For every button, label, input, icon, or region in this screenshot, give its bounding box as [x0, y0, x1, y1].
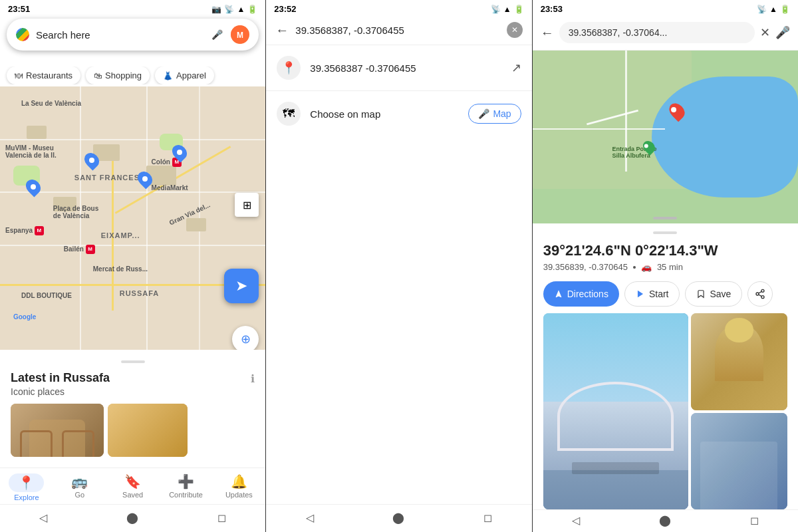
svg-point-4 — [756, 293, 759, 295]
nav-explore[interactable]: 📍 Explore — [0, 473, 53, 501]
p2-coordinates: 39.3568387 -0.3706455 — [310, 63, 501, 74]
recents-android-btn-3[interactable]: ◻ — [750, 514, 759, 527]
p3-coords: 39.356839, -0.370645 — [543, 262, 628, 272]
wifi-icon-2: ▲ — [503, 5, 511, 14]
map-label-laseu: La Seu de València — [21, 100, 81, 107]
recents-android-btn-2[interactable]: ◻ — [483, 511, 492, 524]
nav-saved[interactable]: 🔖 Saved — [106, 473, 160, 501]
updates-icon: 🔔 — [231, 473, 247, 489]
restaurants-icon: 🍽 — [15, 71, 23, 80]
map-label-russafa: RUSSAFA — [120, 289, 160, 297]
my-location-button[interactable]: ⊕ — [232, 326, 259, 350]
map-label-muvim: MuVIM - MuseuValencià de la Il. — [5, 144, 57, 159]
directions-button[interactable]: Directions — [543, 281, 619, 307]
sheet-handle-3[interactable] — [653, 217, 677, 219]
save-icon — [696, 289, 706, 299]
p3-sheet-drag[interactable] — [653, 231, 677, 234]
p3-search-row: ← 39.3568387, -0.37064... ✕ 🎤 — [533, 17, 798, 51]
save-label: Save — [710, 289, 731, 299]
back-button-2[interactable]: ← — [275, 23, 289, 38]
status-icons-3: 📡 ▲ 🔋 — [757, 5, 790, 14]
home-android-btn-3[interactable]: ⬤ — [659, 514, 671, 527]
p3-photo-top[interactable] — [691, 313, 787, 410]
map-label-espanya: Espanya M — [5, 226, 44, 235]
p3-photo-col — [691, 313, 787, 509]
p3-photo-main[interactable] — [543, 313, 688, 509]
map-button[interactable]: 🎤 Map — [468, 104, 521, 124]
p3-actions: Directions Start Save — [533, 276, 798, 313]
p2-spacer — [266, 136, 531, 504]
home-android-btn-1[interactable]: ⬤ — [126, 511, 138, 524]
contribute-icon: ➕ — [178, 473, 194, 489]
panel-2: 23:52 📡 ▲ 🔋 ← 39.3568387, -0.3706455 ✕ 📍… — [266, 0, 532, 532]
status-bar-1: 23:51 📷 📡 ▲ 🔋 — [0, 0, 265, 17]
chip-apparel[interactable]: 👗 Apparel — [155, 66, 214, 84]
place-thumb-2[interactable] — [108, 404, 188, 457]
nav-updates[interactable]: 🔔 Updates — [212, 473, 265, 501]
home-android-btn-2[interactable]: ⬤ — [392, 511, 404, 524]
battery-icon-2: 🔋 — [514, 5, 524, 14]
recents-android-btn-1[interactable]: ◻ — [217, 511, 226, 524]
share-button[interactable] — [747, 281, 773, 307]
map-label-bailen: Bailén M — [64, 245, 95, 254]
shopping-icon: 🛍 — [94, 71, 102, 80]
back-android-btn-3[interactable]: ◁ — [572, 514, 580, 527]
wifi-icon: ▲ — [237, 5, 245, 14]
chip-apparel-label: Apparel — [176, 70, 206, 80]
map-btn-icon: 🎤 — [478, 108, 489, 119]
google-logo — [16, 28, 29, 41]
map-area-1[interactable]: La Seu de València MuVIM - MuseuValencià… — [0, 86, 265, 350]
chip-shopping[interactable]: 🛍 Shopping — [86, 66, 150, 84]
nav-contribute[interactable]: ➕ Contribute — [160, 473, 213, 501]
mic-button-3[interactable]: 🎤 — [775, 25, 790, 40]
time-2: 23:52 — [274, 4, 296, 14]
p3-map-area[interactable]: Entrada Port deSilla Albufera — [533, 51, 798, 223]
search-bar-1[interactable]: Search here 🎤 M — [7, 19, 259, 51]
back-android-btn-2[interactable]: ◁ — [306, 511, 314, 524]
nav-saved-label: Saved — [122, 491, 143, 499]
save-button-3[interactable]: Save — [685, 281, 742, 307]
directions-icon — [554, 289, 563, 299]
directions-label: Directions — [567, 289, 608, 299]
map-btn-label: Map — [493, 108, 511, 119]
map-label-mercat: Mercat de Russ... — [93, 265, 148, 273]
apparel-icon: 👗 — [163, 71, 173, 80]
svg-line-6 — [759, 295, 762, 297]
back-button-3[interactable]: ← — [541, 25, 554, 41]
clear-button[interactable]: ✕ — [507, 22, 523, 38]
layers-button[interactable]: ⊞ — [235, 193, 259, 217]
info-icon[interactable]: ℹ — [251, 372, 255, 385]
bottom-sheet-1: Latest in Russafa ℹ Iconic places — [0, 350, 265, 467]
p3-photo-bottom[interactable] — [691, 413, 787, 510]
sheet-drag-handle[interactable] — [121, 360, 145, 363]
android-nav-2: ◁ ⬤ ◻ — [266, 504, 531, 532]
p2-result-row[interactable]: 📍 39.3568387 -0.3706455 ↗ — [266, 45, 531, 91]
nav-go-label: Go — [74, 491, 84, 499]
back-android-btn-1[interactable]: ◁ — [39, 511, 47, 524]
nav-explore-label: Explore — [14, 493, 39, 501]
expand-icon: ↗ — [511, 61, 521, 75]
battery-icon-3: 🔋 — [780, 5, 790, 14]
p2-search-input[interactable]: 39.3568387, -0.3706455 — [295, 25, 499, 36]
panel-3: 23:53 📡 ▲ 🔋 ← 39.3568387, -0.37064... ✕ … — [533, 0, 798, 532]
search-text: Search here — [36, 29, 203, 41]
chip-restaurants[interactable]: 🍽 Restaurants — [7, 66, 80, 84]
camera-icon: 📷 — [211, 5, 221, 14]
navigation-button[interactable]: ➤ — [224, 269, 259, 303]
start-icon — [636, 289, 645, 299]
place-thumb-1[interactable] — [11, 404, 104, 457]
category-chips: 🍽 Restaurants 🛍 Shopping 👗 Apparel — [0, 66, 265, 84]
svg-line-7 — [759, 291, 762, 293]
svg-marker-2 — [638, 291, 643, 298]
p3-coords-row: 39.356839, -0.370645 🚗 35 min — [533, 261, 798, 276]
time-1: 23:51 — [8, 4, 30, 14]
status-bar-3: 23:53 📡 ▲ 🔋 — [533, 0, 798, 17]
p3-search-input-area[interactable]: 39.3568387, -0.37064... — [559, 22, 755, 43]
status-icons-2: 📡 ▲ 🔋 — [491, 5, 524, 14]
mic-icon[interactable]: 🎤 — [209, 27, 224, 42]
nav-go[interactable]: 🚌 Go — [53, 473, 106, 501]
start-button[interactable]: Start — [624, 281, 680, 307]
close-button-3[interactable]: ✕ — [760, 25, 770, 40]
map-icon-2: 🗺 — [277, 102, 301, 126]
user-avatar[interactable]: M — [231, 25, 249, 44]
